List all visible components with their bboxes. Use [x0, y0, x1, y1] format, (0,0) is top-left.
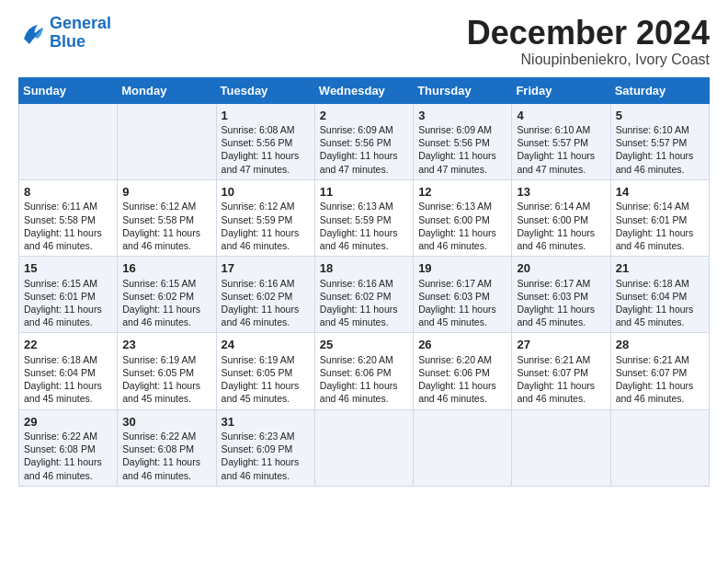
day-cell: 31Sunrise: 6:23 AMSunset: 6:09 PMDayligh… [216, 409, 314, 486]
sunset: Sunset: 6:00 PM [418, 214, 490, 225]
day-number: 26 [418, 337, 507, 353]
sunrise: Sunrise: 6:09 AM [418, 124, 492, 135]
day-number: 11 [320, 184, 409, 201]
col-friday: Friday [512, 77, 610, 103]
day-cell: 15Sunrise: 6:15 AMSunset: 6:01 PMDayligh… [19, 257, 118, 333]
logo-text: General Blue [50, 15, 111, 52]
week-row-3: 15Sunrise: 6:15 AMSunset: 6:01 PMDayligh… [19, 257, 710, 333]
daylight: Daylight: 11 hours and 47 minutes. [517, 150, 595, 174]
daylight: Daylight: 11 hours and 45 minutes. [616, 304, 694, 327]
daylight: Daylight: 11 hours and 46 minutes. [616, 150, 694, 174]
daylight: Daylight: 11 hours and 46 minutes. [222, 304, 300, 327]
day-cell [19, 103, 118, 179]
col-sunday: Sunday [19, 77, 118, 103]
sunset: Sunset: 6:01 PM [24, 291, 96, 302]
day-number: 10 [222, 184, 311, 201]
logo-icon [18, 19, 46, 47]
sunset: Sunset: 6:04 PM [24, 367, 96, 378]
day-cell: 11Sunrise: 6:13 AMSunset: 5:59 PMDayligh… [314, 179, 413, 256]
sunset: Sunset: 6:03 PM [418, 291, 490, 302]
sunrise: Sunrise: 6:12 AM [122, 201, 196, 212]
day-cell: 19Sunrise: 6:17 AMSunset: 6:03 PMDayligh… [414, 257, 512, 333]
daylight: Daylight: 11 hours and 46 minutes. [24, 227, 102, 251]
daylight: Daylight: 11 hours and 46 minutes. [122, 227, 200, 251]
sunset: Sunset: 5:56 PM [222, 137, 293, 148]
day-cell [118, 103, 216, 179]
daylight: Daylight: 11 hours and 46 minutes. [616, 227, 694, 251]
day-number: 8 [24, 184, 113, 201]
day-cell: 20Sunrise: 6:17 AMSunset: 6:03 PMDayligh… [512, 257, 610, 333]
calendar-table: Sunday Monday Tuesday Wednesday Thursday… [18, 77, 710, 487]
day-cell: 2Sunrise: 6:09 AMSunset: 5:56 PMDaylight… [314, 103, 413, 179]
day-number: 22 [24, 337, 113, 353]
logo-line2: Blue [50, 32, 85, 51]
sunrise: Sunrise: 6:12 AM [222, 201, 295, 212]
sunset: Sunset: 6:08 PM [122, 443, 194, 454]
daylight: Daylight: 11 hours and 46 minutes. [418, 227, 496, 251]
sunset: Sunset: 6:05 PM [122, 367, 194, 378]
day-number: 25 [320, 337, 409, 353]
sunrise: Sunrise: 6:15 AM [122, 278, 196, 289]
sunset: Sunset: 5:57 PM [616, 137, 688, 148]
day-cell: 23Sunrise: 6:19 AMSunset: 6:05 PMDayligh… [118, 333, 216, 409]
sunset: Sunset: 5:56 PM [418, 137, 490, 148]
daylight: Daylight: 11 hours and 46 minutes. [122, 304, 200, 327]
day-number: 9 [122, 184, 211, 201]
day-number: 15 [24, 260, 113, 277]
month-title: December 2024 [467, 15, 710, 52]
sunset: Sunset: 6:06 PM [418, 367, 490, 378]
sunrise: Sunrise: 6:21 AM [517, 354, 590, 365]
day-cell: 29Sunrise: 6:22 AMSunset: 6:08 PMDayligh… [19, 409, 118, 486]
sunrise: Sunrise: 6:22 AM [122, 431, 196, 442]
day-number: 23 [122, 337, 211, 353]
daylight: Daylight: 11 hours and 45 minutes. [320, 304, 398, 327]
day-cell: 25Sunrise: 6:20 AMSunset: 6:06 PMDayligh… [314, 333, 413, 409]
location-subtitle: Nioupinbeniekro, Ivory Coast [467, 52, 710, 68]
day-cell: 4Sunrise: 6:10 AMSunset: 5:57 PMDaylight… [512, 103, 610, 179]
day-number: 21 [616, 260, 705, 277]
day-number: 2 [320, 108, 409, 124]
daylight: Daylight: 11 hours and 46 minutes. [320, 227, 398, 251]
day-cell: 5Sunrise: 6:10 AMSunset: 5:57 PMDaylight… [610, 103, 709, 179]
sunset: Sunset: 6:00 PM [517, 214, 588, 225]
sunrise: Sunrise: 6:14 AM [517, 201, 590, 212]
day-number: 31 [222, 414, 311, 431]
sunset: Sunset: 5:59 PM [222, 214, 293, 225]
sunset: Sunset: 6:05 PM [222, 367, 293, 378]
day-cell: 26Sunrise: 6:20 AMSunset: 6:06 PMDayligh… [414, 333, 512, 409]
sunrise: Sunrise: 6:18 AM [616, 278, 689, 289]
sunrise: Sunrise: 6:16 AM [320, 278, 393, 289]
day-number: 24 [222, 337, 311, 353]
day-number: 13 [517, 184, 606, 201]
sunrise: Sunrise: 6:09 AM [320, 124, 393, 135]
daylight: Daylight: 11 hours and 46 minutes. [517, 380, 595, 404]
day-cell: 18Sunrise: 6:16 AMSunset: 6:02 PMDayligh… [314, 257, 413, 333]
day-number: 1 [222, 108, 311, 124]
daylight: Daylight: 11 hours and 46 minutes. [320, 380, 398, 404]
daylight: Daylight: 11 hours and 45 minutes. [222, 380, 300, 404]
daylight: Daylight: 11 hours and 46 minutes. [222, 227, 300, 251]
sunset: Sunset: 6:07 PM [616, 367, 688, 378]
sunset: Sunset: 6:03 PM [517, 291, 588, 302]
sunset: Sunset: 6:06 PM [320, 367, 392, 378]
title-block: December 2024 Nioupinbeniekro, Ivory Coa… [467, 15, 710, 68]
sunrise: Sunrise: 6:13 AM [320, 201, 393, 212]
sunrise: Sunrise: 6:11 AM [24, 201, 97, 212]
day-cell: 27Sunrise: 6:21 AMSunset: 6:07 PMDayligh… [512, 333, 610, 409]
sunset: Sunset: 5:56 PM [320, 137, 392, 148]
daylight: Daylight: 11 hours and 46 minutes. [222, 456, 300, 480]
day-cell [610, 409, 709, 486]
week-row-5: 29Sunrise: 6:22 AMSunset: 6:08 PMDayligh… [19, 409, 710, 486]
day-cell: 3Sunrise: 6:09 AMSunset: 5:56 PMDaylight… [414, 103, 512, 179]
day-number: 14 [616, 184, 705, 201]
day-number: 3 [418, 108, 507, 124]
sunrise: Sunrise: 6:08 AM [222, 124, 295, 135]
sunrise: Sunrise: 6:21 AM [616, 354, 689, 365]
sunset: Sunset: 6:04 PM [616, 291, 688, 302]
day-cell [414, 409, 512, 486]
sunset: Sunset: 6:02 PM [122, 291, 194, 302]
week-row-4: 22Sunrise: 6:18 AMSunset: 6:04 PMDayligh… [19, 333, 710, 409]
sunset: Sunset: 5:59 PM [320, 214, 392, 225]
daylight: Daylight: 11 hours and 45 minutes. [24, 380, 102, 404]
sunrise: Sunrise: 6:10 AM [517, 124, 590, 135]
